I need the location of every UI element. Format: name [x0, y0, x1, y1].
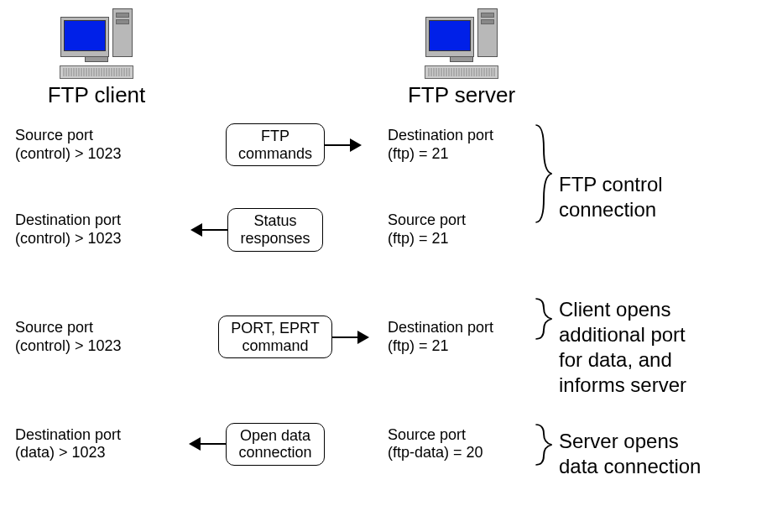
tower-icon [477, 8, 498, 57]
monitor-icon [60, 17, 109, 57]
arrow-left-icon [190, 443, 226, 445]
message-arrow: Open dataconnection [166, 423, 384, 466]
brace-icon [534, 297, 554, 341]
monitor-icon [425, 17, 474, 57]
message-box: Open dataconnection [226, 423, 324, 466]
flow-row: Destination port(data) > 1023Open dataco… [8, 423, 530, 466]
server-port-label: Destination port(ftp) = 21 [388, 127, 530, 163]
client-port-label: Destination port(control) > 1023 [8, 211, 166, 248]
message-box: Statusresponses [227, 208, 322, 251]
brace-icon [534, 123, 554, 224]
client-title: FTP client [8, 82, 185, 108]
message-box: FTPcommands [226, 123, 325, 166]
server-port-label: Source port(ftp-data) = 20 [388, 426, 530, 462]
flow-group: Source port(control) > 1023FTPcommandsDe… [8, 123, 764, 272]
message-arrow: Statusresponses [166, 208, 384, 251]
server-computer-icon [425, 8, 498, 79]
server-title: FTP server [378, 82, 545, 108]
flow-group: Source port(control) > 1023PORT, EPRTcom… [8, 297, 764, 398]
message-box: PORT, EPRTcommand [218, 316, 331, 358]
group-annotation: Client opensadditional portfor data, and… [554, 297, 764, 398]
server-port-label: Destination port(ftp) = 21 [388, 319, 530, 355]
client-port-label: Source port(control) > 1023 [8, 319, 166, 355]
keyboard-icon [60, 65, 133, 79]
keyboard-icon [425, 65, 498, 79]
flow-row: Source port(control) > 1023PORT, EPRTcom… [8, 316, 530, 358]
server-port-label: Source port(ftp) = 21 [388, 211, 530, 248]
message-arrow: FTPcommands [166, 123, 384, 166]
flow-row: Source port(control) > 1023FTPcommandsDe… [8, 123, 530, 166]
group-annotation: Server opensdata connection [554, 429, 764, 479]
client-port-label: Destination port(data) > 1023 [8, 426, 166, 462]
message-arrow: PORT, EPRTcommand [166, 316, 384, 358]
client-computer-icon [60, 8, 133, 79]
arrow-right-icon [332, 336, 368, 338]
tower-icon [112, 8, 133, 57]
header-row: FTP client FTP server [8, 8, 764, 108]
group-annotation: FTP controlconnection [554, 172, 764, 222]
flow-group: Destination port(data) > 1023Open dataco… [8, 423, 764, 486]
client-column: FTP client [8, 8, 185, 108]
brace-icon [534, 423, 554, 467]
client-port-label: Source port(control) > 1023 [8, 127, 166, 163]
arrow-right-icon [325, 144, 360, 146]
diagram-body: Source port(control) > 1023FTPcommandsDe… [8, 123, 764, 486]
server-column: FTP server [378, 8, 545, 108]
arrow-left-icon [192, 229, 227, 231]
flow-row: Destination port(control) > 1023Statusre… [8, 208, 530, 251]
